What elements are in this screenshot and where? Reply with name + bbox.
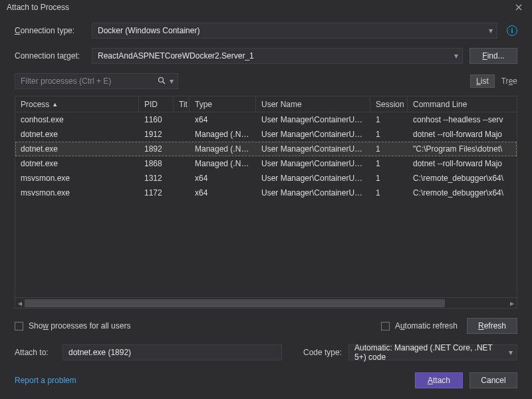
col-session[interactable]: Session [370, 96, 408, 112]
col-process[interactable]: Process ▲ [15, 96, 139, 112]
cancel-button[interactable]: Cancel [469, 372, 517, 388]
cell: User Manager\ContainerUser [256, 174, 370, 183]
code-type-value: Automatic: Managed (.NET Core, .NET 5+) … [354, 343, 502, 362]
attach-to-field[interactable]: dotnet.exe (1892) [63, 344, 282, 360]
filter-row: Filter processes (Ctrl + E) ▾ List Tree [15, 73, 517, 89]
cell: x64 [190, 174, 256, 183]
table-row[interactable]: dotnet.exe1892Managed (.NE...User Manage… [15, 142, 517, 156]
horizontal-scrollbar[interactable]: ◂ ▸ [15, 297, 517, 308]
col-title[interactable]: Tit [174, 96, 190, 112]
cell: 1172 [139, 188, 174, 198]
chevron-down-icon: ▾ [489, 26, 493, 35]
cell: 1 [370, 144, 408, 154]
cell: dotnet.exe [15, 130, 139, 139]
attach-to-process-dialog: Attach to Process Connection type: Docke… [0, 0, 532, 399]
find-button[interactable]: Find... [469, 48, 517, 64]
cell: 1868 [139, 159, 174, 168]
cell: User Manager\ContainerUser [256, 144, 370, 154]
cell: conhost --headless --serv [408, 115, 517, 124]
table-row[interactable]: conhost.exe1160x64User Manager\Container… [15, 112, 517, 127]
titlebar: Attach to Process [0, 0, 532, 15]
refresh-button[interactable]: Refresh [467, 318, 517, 334]
scroll-track[interactable] [25, 299, 507, 307]
scroll-thumb[interactable] [25, 299, 445, 307]
cell: 1 [370, 159, 408, 168]
cell: 1160 [139, 115, 174, 124]
tree-view-button[interactable]: Tree [501, 76, 517, 86]
sort-asc-icon: ▲ [52, 101, 58, 108]
chevron-down-icon[interactable]: ▾ [170, 76, 174, 86]
close-button[interactable] [509, 1, 528, 14]
cell: User Manager\ContainerUser [256, 130, 370, 139]
filter-input[interactable]: Filter processes (Ctrl + E) ▾ [15, 73, 178, 89]
connection-type-value: Docker (Windows Container) [98, 26, 200, 35]
code-type-label: Code type: [303, 348, 342, 357]
scroll-right-arrow[interactable]: ▸ [507, 299, 517, 308]
chevron-down-icon: ▾ [509, 348, 513, 357]
col-pid[interactable]: PID [139, 96, 174, 112]
svg-point-0 [159, 77, 164, 82]
cell: 1 [370, 174, 408, 183]
chevron-down-icon: ▾ [454, 51, 458, 61]
cell: x64 [190, 115, 256, 124]
cell: 1892 [139, 144, 174, 154]
info-icon[interactable]: i [507, 25, 517, 36]
cell: User Manager\ContainerUser [256, 115, 370, 124]
cell: C:\remote_debugger\x64\ [408, 188, 517, 198]
cell: dotnet.exe [15, 144, 139, 154]
table-row[interactable]: dotnet.exe1912Managed (.NE...User Manage… [15, 127, 517, 142]
table-row[interactable]: dotnet.exe1868Managed (.NE...User Manage… [15, 156, 517, 171]
show-all-users-checkbox[interactable]: Show processes for all users [15, 321, 130, 331]
table-header: Process ▲ PID Tit Type User Name Session… [15, 96, 517, 112]
cell: User Manager\ContainerUser [256, 159, 370, 168]
col-type[interactable]: Type [190, 96, 256, 112]
code-type-combo[interactable]: Automatic: Managed (.NET Core, .NET 5+) … [348, 344, 517, 360]
process-table: Process ▲ PID Tit Type User Name Session… [15, 96, 517, 309]
cell: Managed (.NE... [190, 130, 256, 139]
auto-refresh-checkbox[interactable]: Automatic refresh [381, 321, 458, 331]
cell: conhost.exe [15, 115, 139, 124]
cell: 1 [370, 188, 408, 198]
list-view-button[interactable]: List [470, 74, 495, 88]
cell: C:\remote_debugger\x64\ [408, 174, 517, 183]
cell: 1912 [139, 130, 174, 139]
attach-row: Attach to: dotnet.exe (1892) Code type: … [15, 344, 517, 360]
table-body: conhost.exe1160x64User Manager\Container… [15, 112, 517, 297]
connection-type-combo[interactable]: Docker (Windows Container) ▾ [92, 23, 497, 39]
cell: Managed (.NE... [190, 159, 256, 168]
scroll-left-arrow[interactable]: ◂ [15, 299, 25, 308]
dialog-title: Attach to Process [7, 3, 509, 12]
cell: "C:\Program Files\dotnet\ [408, 144, 517, 154]
cell: 1312 [139, 174, 174, 183]
attach-button[interactable]: Attach [415, 372, 463, 388]
cell: msvsmon.exe [15, 188, 139, 198]
show-all-users-label: Show processes for all users [29, 321, 130, 331]
col-user[interactable]: User Name [256, 96, 370, 112]
cell: msvsmon.exe [15, 174, 139, 183]
cell: 1 [370, 115, 408, 124]
footer: Report a problem Attach Cancel [15, 372, 517, 399]
cell: User Manager\ContainerUser [256, 188, 370, 198]
checkbox-icon [15, 322, 23, 331]
auto-refresh-label: Automatic refresh [395, 321, 458, 331]
attach-to-value: dotnet.exe (1892) [68, 348, 131, 357]
col-cmd[interactable]: Command Line [408, 96, 517, 112]
connection-target-row: Connection target: ReactAndASPNETCoreWDo… [15, 48, 517, 64]
cell: x64 [190, 188, 256, 198]
cell: Managed (.NE... [190, 144, 256, 154]
connection-type-label: Connection type: [15, 26, 85, 35]
report-problem-link[interactable]: Report a problem [15, 376, 76, 385]
cell: 1 [370, 130, 408, 139]
connection-target-label: Connection target: [15, 51, 85, 61]
filter-placeholder: Filter processes (Ctrl + E) [21, 76, 111, 86]
attach-to-label: Attach to: [15, 348, 56, 357]
connection-target-combo[interactable]: ReactAndASPNETCoreWDocker2.Server_1 ▾ [92, 48, 463, 64]
table-row[interactable]: msvsmon.exe1312x64User Manager\Container… [15, 171, 517, 186]
table-row[interactable]: msvsmon.exe1172x64User Manager\Container… [15, 186, 517, 200]
connection-type-row: Connection type: Docker (Windows Contain… [15, 23, 517, 39]
close-icon [515, 4, 522, 11]
search-icon [158, 76, 166, 86]
options-row: Show processes for all users Automatic r… [15, 318, 517, 334]
cell: dotnet --roll-forward Majo [408, 159, 517, 168]
connection-target-value: ReactAndASPNETCoreWDocker2.Server_1 [98, 51, 254, 61]
